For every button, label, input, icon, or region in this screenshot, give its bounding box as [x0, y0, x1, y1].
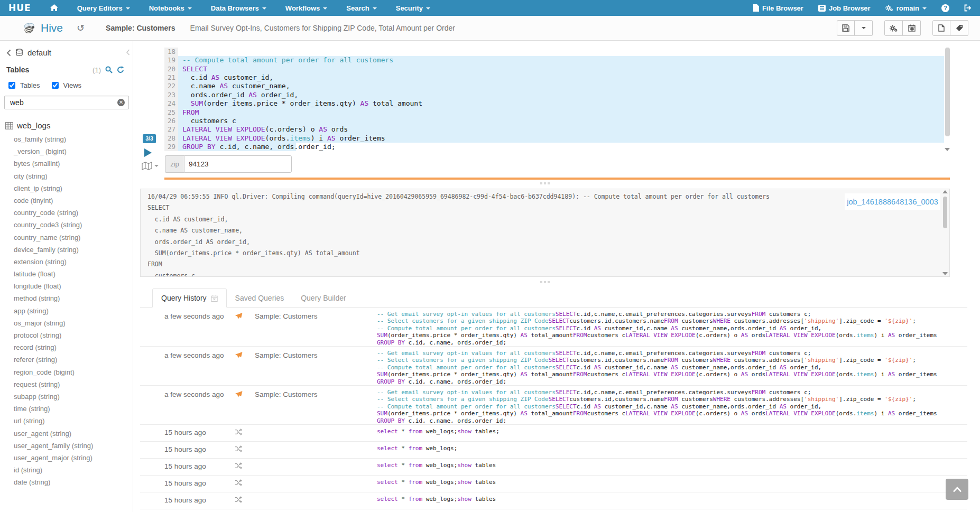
history-row[interactable]: a few seconds ago Sample: Customers-- Ge… — [140, 347, 967, 386]
scroll-down-icon[interactable] — [945, 148, 950, 151]
column-item[interactable]: city (string) — [0, 170, 133, 182]
menu-label: Workflows — [285, 4, 320, 12]
column-item[interactable]: country_code (string) — [0, 207, 133, 219]
tab-query-history[interactable]: Query History — [152, 288, 227, 308]
column-item[interactable]: referer (string) — [0, 353, 133, 366]
column-item[interactable]: url (string) — [0, 415, 133, 427]
history-row[interactable]: 15 hours ago select * from web_logs;show… — [140, 425, 967, 442]
database-name[interactable]: default — [27, 48, 51, 57]
history-row[interactable]: a few seconds ago Sample: Customers-- Ge… — [140, 308, 967, 347]
column-item[interactable]: protocol (string) — [0, 329, 133, 341]
table-item-web-logs[interactable]: web_logs — [0, 109, 133, 130]
clear-search-icon[interactable]: ✕ — [117, 99, 125, 106]
menu-notebooks[interactable]: Notebooks — [149, 4, 192, 12]
column-item[interactable]: longitude (float) — [0, 280, 133, 292]
column-item[interactable]: latitude (float) — [0, 268, 133, 280]
tables-header: Tables (1) — [0, 57, 133, 74]
assist-sidebar: default Tables (1) Tables Views ✕ — [0, 41, 133, 512]
column-item[interactable]: country_code3 (string) — [0, 219, 133, 231]
column-item[interactable]: id (string) — [0, 464, 133, 476]
query-log: 16/04/29 06:59:55 INFO ql.Driver: Compil… — [140, 189, 950, 277]
menu-data-browsers[interactable]: Data Browsers — [211, 4, 266, 12]
execute-button[interactable] — [144, 148, 152, 157]
column-item[interactable]: _version_ (bigint) — [0, 145, 133, 157]
tags-button[interactable] — [950, 20, 968, 36]
history-row[interactable]: 15 hours ago select * from web_logs; — [140, 442, 967, 459]
history-query-snippet: select * from web_logs;show tables — [377, 479, 496, 486]
menu-workflows[interactable]: Workflows — [285, 4, 328, 12]
editor-scrollbar[interactable] — [944, 48, 951, 151]
column-item[interactable]: os_major (string) — [0, 317, 133, 329]
column-item[interactable]: user_agent_major (string) — [0, 452, 133, 464]
column-item[interactable]: extension (string) — [0, 256, 133, 268]
history-icon[interactable]: ↺ — [77, 22, 85, 34]
query-title[interactable]: Sample: Customers — [106, 24, 175, 32]
file-browser-link[interactable]: File Browser — [753, 4, 803, 12]
gears-icon — [885, 4, 893, 12]
column-item[interactable]: time (string) — [0, 403, 133, 415]
tab-query-builder[interactable]: Query Builder — [292, 289, 355, 307]
username-label: romain — [896, 4, 919, 12]
logout-icon[interactable] — [964, 4, 972, 12]
history-resize-handle[interactable] — [540, 281, 550, 283]
hue-logo[interactable]: HUE — [8, 3, 31, 13]
menu-label: Search — [346, 4, 369, 12]
column-item[interactable]: request (string) — [0, 378, 133, 390]
scrollbar-thumb[interactable] — [943, 197, 947, 228]
search-icon[interactable] — [105, 66, 113, 73]
scroll-up-icon[interactable] — [942, 190, 948, 193]
column-item[interactable]: os_family (string) — [0, 133, 133, 145]
log-scrollbar[interactable] — [941, 190, 949, 275]
column-item[interactable]: subapp (string) — [0, 390, 133, 403]
history-timestamp: 15 hours ago — [164, 462, 206, 470]
tag-icon — [956, 24, 963, 32]
column-item[interactable]: bytes (smallint) — [0, 157, 133, 170]
line-number: 19 — [164, 56, 178, 64]
column-item[interactable]: client_ip (string) — [0, 182, 133, 194]
column-item[interactable]: date (string) — [0, 476, 133, 488]
tables-checkbox[interactable] — [8, 82, 15, 89]
schedule-button[interactable] — [903, 20, 921, 36]
chevron-down-icon — [323, 7, 327, 10]
column-item[interactable]: user_agent (string) — [0, 427, 133, 440]
scroll-down-icon[interactable] — [942, 272, 948, 275]
tab-saved-queries[interactable]: Saved Queries — [227, 289, 293, 307]
log-resize-handle[interactable] — [540, 182, 550, 184]
job-browser-link[interactable]: Job Browser — [818, 4, 871, 12]
column-item[interactable]: method (string) — [0, 292, 133, 304]
menu-query-editors[interactable]: Query Editors — [77, 4, 130, 12]
column-item[interactable]: country_name (string) — [0, 231, 133, 244]
variable-input[interactable] — [184, 155, 292, 173]
help-icon[interactable]: ? — [941, 4, 949, 12]
column-item[interactable]: record (string) — [0, 341, 133, 353]
scrollbar-thumb[interactable] — [945, 48, 950, 136]
user-menu[interactable]: romain — [885, 4, 927, 12]
settings-button[interactable] — [884, 20, 903, 36]
home-icon[interactable] — [50, 4, 58, 12]
views-checkbox[interactable] — [52, 82, 59, 89]
menu-search[interactable]: Search — [346, 4, 376, 12]
column-item[interactable]: user_agent_family (string) — [0, 440, 133, 452]
history-row[interactable]: a few seconds ago Sample: Customers-- Ge… — [140, 386, 967, 425]
column-item[interactable]: region_code (bigint) — [0, 366, 133, 378]
column-item[interactable]: app (string) — [0, 305, 133, 317]
table-search-input[interactable] — [4, 96, 129, 109]
history-row[interactable]: 15 hours ago select * from web_logs;show… — [140, 492, 967, 509]
chevron-left-icon[interactable] — [6, 49, 11, 57]
functions-map-button[interactable] — [142, 162, 159, 170]
save-options-button[interactable] — [855, 20, 873, 36]
column-item[interactable]: device_family (string) — [0, 244, 133, 256]
scroll-to-top-button[interactable] — [946, 479, 968, 500]
menu-security[interactable]: Security — [396, 4, 430, 12]
clear-history-icon[interactable] — [211, 295, 218, 302]
job-link[interactable]: job_1461888648136_0003 — [847, 198, 938, 206]
sidebar-collapse-icon[interactable] — [126, 49, 130, 55]
expired-query-icon — [235, 445, 242, 452]
history-row[interactable]: 15 hours ago select * from web_logs;show… — [140, 459, 967, 476]
history-row[interactable]: 15 hours ago select * from web_logs;show… — [140, 476, 967, 492]
chevron-down-icon — [154, 165, 159, 167]
column-item[interactable]: code (tinyint) — [0, 194, 133, 207]
save-button[interactable] — [837, 20, 855, 36]
new-query-button[interactable] — [932, 20, 950, 36]
refresh-icon[interactable] — [117, 66, 124, 73]
